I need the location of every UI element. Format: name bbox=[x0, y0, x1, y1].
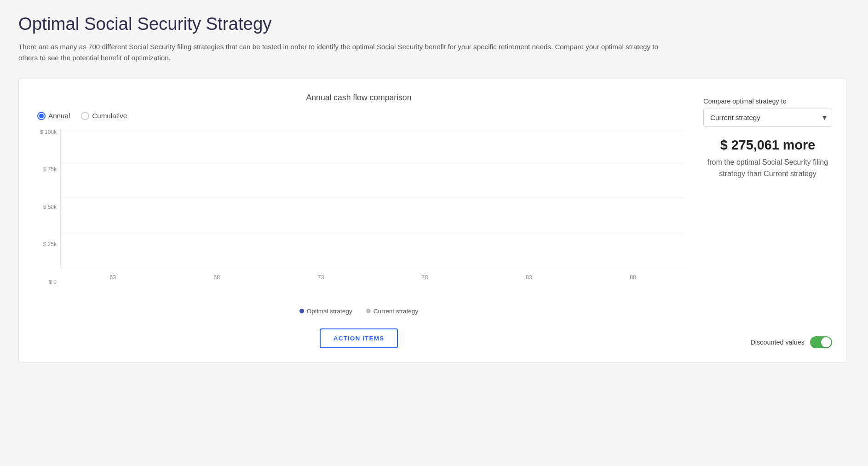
x-label-63: 63 bbox=[109, 274, 116, 281]
main-card: Annual cash flow comparison Annual Cumul… bbox=[18, 79, 846, 362]
legend-current: Current strategy bbox=[366, 308, 418, 315]
strategy-select[interactable]: Current strategyEarly filing strategyDel… bbox=[703, 109, 832, 127]
amount-desc: from the optimal Social Security filing … bbox=[703, 156, 832, 180]
chart-inner: 63 68 73 78 83 88 bbox=[60, 129, 685, 267]
chart-container: $ 0 $ 25k $ 50k $ 75k $ 100k 63 bbox=[33, 129, 685, 286]
legend: Optimal strategy Current strategy bbox=[33, 308, 685, 315]
compare-label: Compare optimal strategy to bbox=[703, 98, 832, 105]
page-title: Optimal Social Security Strategy bbox=[18, 14, 850, 34]
discounted-label: Discounted values bbox=[750, 339, 805, 346]
legend-optimal-label: Optimal strategy bbox=[307, 308, 352, 315]
legend-optimal: Optimal strategy bbox=[299, 308, 352, 315]
radio-annual-label: Annual bbox=[48, 112, 70, 120]
bars-wrapper bbox=[63, 129, 683, 267]
x-label-73: 73 bbox=[317, 274, 324, 281]
legend-dot-optimal bbox=[299, 309, 304, 313]
discounted-row: Discounted values bbox=[703, 336, 832, 348]
x-label-83: 83 bbox=[526, 274, 532, 281]
y-label-0: $ 0 bbox=[33, 279, 60, 285]
radio-annual[interactable]: Annual bbox=[37, 112, 70, 120]
chart-section: Annual cash flow comparison Annual Cumul… bbox=[33, 93, 685, 348]
radio-cumulative-circle bbox=[81, 112, 89, 120]
action-items-button[interactable]: ACTION ITEMS bbox=[320, 328, 398, 348]
y-axis: $ 0 $ 25k $ 50k $ 75k $ 100k bbox=[33, 129, 60, 286]
y-label-100k: $ 100k bbox=[33, 129, 60, 135]
legend-dot-current bbox=[366, 309, 371, 313]
right-panel: Compare optimal strategy to Current stra… bbox=[703, 93, 832, 348]
y-label-25k: $ 25k bbox=[33, 242, 60, 247]
chart-title: Annual cash flow comparison bbox=[33, 93, 685, 103]
select-wrapper: Current strategyEarly filing strategyDel… bbox=[703, 109, 832, 127]
x-label-68: 68 bbox=[213, 274, 220, 281]
amount-value: $ 275,061 more bbox=[703, 138, 832, 153]
page-subtitle: There are as many as 700 different Socia… bbox=[18, 41, 662, 64]
radio-group: Annual Cumulative bbox=[33, 112, 685, 120]
y-label-50k: $ 50k bbox=[33, 204, 60, 210]
x-axis: 63 68 73 78 83 88 bbox=[61, 274, 685, 281]
radio-cumulative[interactable]: Cumulative bbox=[81, 112, 127, 120]
toggle-knob bbox=[821, 337, 831, 347]
radio-cumulative-label: Cumulative bbox=[92, 112, 127, 120]
legend-current-label: Current strategy bbox=[374, 308, 418, 315]
x-label-88: 88 bbox=[630, 274, 636, 281]
x-label-78: 78 bbox=[422, 274, 428, 281]
y-label-75k: $ 75k bbox=[33, 167, 60, 172]
discounted-toggle[interactable] bbox=[810, 336, 832, 348]
radio-annual-circle bbox=[37, 112, 46, 120]
action-items-section: ACTION ITEMS bbox=[33, 328, 685, 348]
benefit-amount: $ 275,061 more from the optimal Social S… bbox=[703, 138, 832, 180]
compare-section: Compare optimal strategy to Current stra… bbox=[703, 98, 832, 127]
